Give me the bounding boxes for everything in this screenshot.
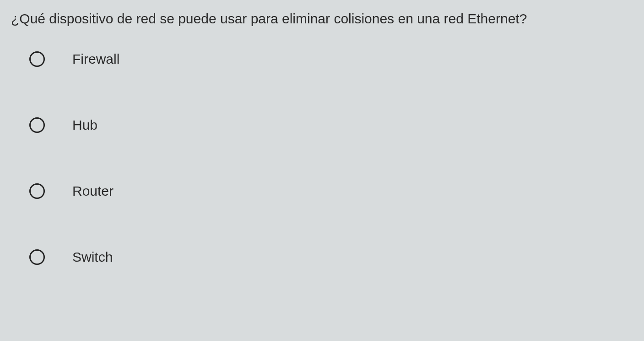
radio-icon[interactable] [29, 51, 45, 67]
question-container: ¿Qué dispositivo de red se puede usar pa… [0, 0, 644, 265]
question-text: ¿Qué dispositivo de red se puede usar pa… [11, 9, 633, 28]
option-label: Switch [72, 249, 113, 265]
option-row-router[interactable]: Router [29, 183, 633, 199]
option-row-firewall[interactable]: Firewall [29, 51, 633, 67]
radio-icon[interactable] [29, 117, 45, 133]
option-row-hub[interactable]: Hub [29, 117, 633, 133]
radio-icon[interactable] [29, 249, 45, 265]
option-row-switch[interactable]: Switch [29, 249, 633, 265]
option-label: Hub [72, 117, 97, 133]
option-label: Firewall [72, 51, 119, 67]
options-list: Firewall Hub Router Switch [11, 51, 633, 265]
radio-icon[interactable] [29, 183, 45, 199]
option-label: Router [72, 183, 114, 199]
